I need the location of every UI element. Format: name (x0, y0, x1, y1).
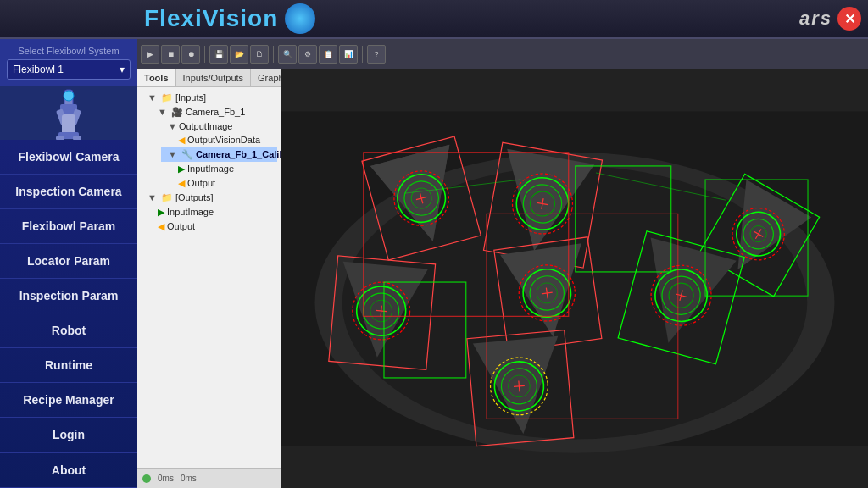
sidebar-item-runtime[interactable]: Runtime (0, 348, 137, 383)
folder-icon: 📁 (161, 92, 173, 103)
tree-item-input-image-cal[interactable]: ▶ InputImage (171, 162, 277, 176)
tree-camera-fb1: ▼ 🎥Camera_Fb_1 ▼OutputImage ◀ OutputVisi… (141, 105, 277, 191)
tree-item-camera-fb1[interactable]: ▼ 🎥Camera_Fb_1 (151, 105, 277, 119)
toolbar-btn-5[interactable]: 📂 (230, 45, 248, 64)
sidebar-bottom: About (0, 452, 137, 488)
toolbar-btn-8[interactable]: ⚙ (298, 45, 317, 64)
status-time2: 0ms (181, 474, 197, 483)
status-indicator (142, 474, 151, 483)
sidebar: Select Flexibowl System Flexibowl 1 ▾ Fl (0, 39, 137, 488)
dropdown-value: Flexibowl 1 (13, 64, 64, 75)
vision-canvas (281, 69, 868, 488)
sidebar-item-flexibowl-param[interactable]: Flexibowl Param (0, 209, 137, 244)
sidebar-item-robot[interactable]: Robot (0, 313, 137, 348)
app-logo: FlexiVision (0, 3, 315, 34)
status-time1: 0ms (158, 474, 174, 483)
tree-item-inputs[interactable]: ▼ 📁[Inputs] (141, 91, 277, 105)
panel-tabs: Tools Inputs/Outputs Graphics (137, 69, 281, 87)
sidebar-item-locator-param[interactable]: Locator Param (0, 244, 137, 279)
tab-tools[interactable]: Tools (137, 69, 176, 86)
toolbar-btn-help[interactable]: ? (367, 45, 386, 64)
robot-image (0, 86, 137, 140)
toolbar-btn-2[interactable]: ⏹ (161, 45, 180, 64)
separator-2 (273, 46, 274, 63)
sidebar-item-inspection-param[interactable]: Inspection Param (0, 279, 137, 313)
toolbar: ▶ ⏹ ⏺ 💾 📂 🗋 🔍 ⚙ 📋 📊 ? (137, 39, 868, 69)
separator-3 (362, 46, 363, 63)
sidebar-item-flexibowl-camera[interactable]: Flexibowl Camera (0, 140, 137, 175)
close-button[interactable]: ✕ (837, 7, 861, 30)
dropdown-arrow: ▾ (120, 64, 125, 75)
toolbar-btn-10[interactable]: 📊 (339, 45, 358, 64)
tree-item-output-vision-data[interactable]: ◀ OutputVisionData (171, 133, 277, 147)
toolbar-btn-6[interactable]: 🗋 (250, 45, 269, 64)
sidebar-item-inspection-camera[interactable]: Inspection Camera (0, 175, 137, 209)
sidebar-header: Select Flexibowl System Flexibowl 1 ▾ (0, 39, 137, 86)
logo-icon (285, 3, 315, 34)
camera-view (281, 69, 868, 488)
tree-item-calibration[interactable]: ▼ 🔧Camera_Fb_1_Calibration (161, 147, 277, 162)
toolbar-btn-3[interactable]: ⏺ (181, 45, 200, 64)
select-system-label: Select Flexibowl System (7, 46, 131, 56)
sidebar-item-recipe-manager[interactable]: Recipe Manager (0, 383, 137, 418)
separator-1 (204, 46, 205, 63)
tree-item-outputs[interactable]: ▼ 📁[Outputs] (141, 191, 277, 205)
content-area: ▶ ⏹ ⏺ 💾 📂 🗋 🔍 ⚙ 📋 📊 ? Tools Inputs/Outpu… (137, 39, 868, 488)
sidebar-item-login[interactable]: Login (0, 418, 137, 452)
toolbar-btn-1[interactable]: ▶ (141, 45, 159, 64)
tree-item-input-image-out[interactable]: ▶ InputImage (151, 205, 277, 219)
tree-item-output-cal[interactable]: ◀ Output (171, 176, 277, 191)
robot-svg (35, 86, 103, 140)
main-layout: Select Flexibowl System Flexibowl 1 ▾ Fl (0, 39, 868, 488)
logo-vision: Vision (203, 5, 279, 31)
logo-text: FlexiVision (144, 5, 278, 32)
toolbar-btn-7[interactable]: 🔍 (278, 45, 297, 64)
flexibowl-select[interactable]: Flexibowl 1 ▾ (7, 59, 131, 80)
sidebar-nav: Flexibowl Camera Inspection Camera Flexi… (0, 140, 137, 452)
tree-item-output-image[interactable]: ▼OutputImage (161, 119, 277, 133)
panel-status: 0ms 0ms (137, 468, 281, 488)
toolbar-btn-4[interactable]: 💾 (209, 45, 228, 64)
expand-icon: ▼ (147, 92, 157, 103)
logo-flexi: Flexi (144, 5, 203, 31)
tree-view: ▼ 📁[Inputs] ▼ 🎥Camera_Fb_1 ▼OutputImage (137, 87, 281, 468)
workspace: Tools Inputs/Outputs Graphics ▼ 📁[Inputs… (137, 69, 868, 488)
header: FlexiVision ars ✕ (0, 0, 868, 39)
toolbar-btn-9[interactable]: 📋 (319, 45, 337, 64)
left-panel: Tools Inputs/Outputs Graphics ▼ 📁[Inputs… (137, 69, 281, 488)
sidebar-item-about[interactable]: About (0, 453, 137, 488)
tree-item-output-out[interactable]: ◀ Output (151, 219, 277, 234)
tab-inputs-outputs[interactable]: Inputs/Outputs (176, 69, 252, 86)
ars-brand: ars (799, 8, 832, 30)
svg-point-5 (64, 91, 74, 101)
brand-area: ars ✕ (799, 7, 868, 30)
